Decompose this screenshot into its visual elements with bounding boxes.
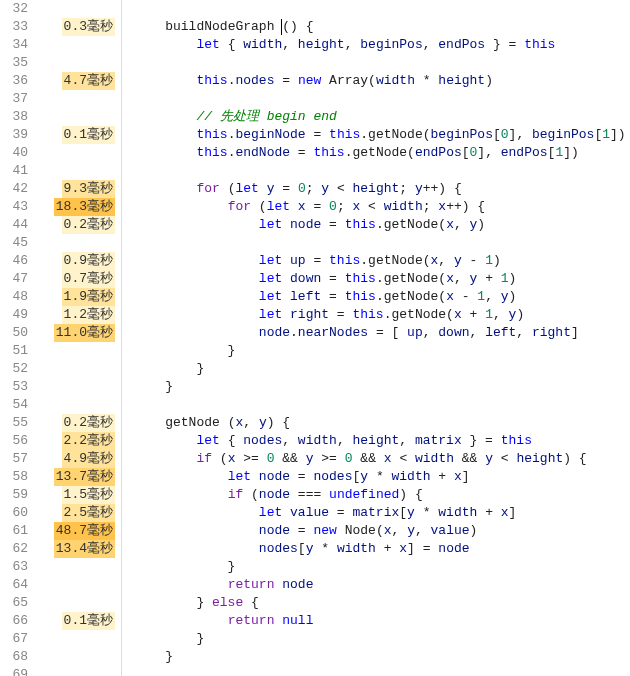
code-content[interactable]: for (let x = 0; x < width; x++) { <box>122 198 630 216</box>
code-content[interactable] <box>122 396 630 414</box>
code-content[interactable]: let node = this.getNode(x, y) <box>122 216 630 234</box>
code-line[interactable]: 330.3毫秒 buildNodeGraph () { <box>0 18 630 36</box>
code-content[interactable]: let { nodes, width, height, matrix } = t… <box>122 432 630 450</box>
code-token <box>134 487 228 502</box>
code-content[interactable]: if (node === undefined) { <box>122 486 630 504</box>
code-token: . <box>345 145 353 160</box>
code-line[interactable]: 574.9毫秒 if (x >= 0 && y >= 0 && x < widt… <box>0 450 630 468</box>
code-line[interactable]: 34 let { width, height, beginPos, endPos… <box>0 36 630 54</box>
code-line[interactable]: 562.2毫秒 let { nodes, width, height, matr… <box>0 432 630 450</box>
code-line[interactable]: 660.1毫秒 return null <box>0 612 630 630</box>
code-line[interactable]: 6148.7毫秒 node = new Node(x, y, value) <box>0 522 630 540</box>
code-line[interactable]: 470.7毫秒 let down = this.getNode(x, y + 1… <box>0 270 630 288</box>
code-line[interactable]: 69 <box>0 666 630 676</box>
code-content[interactable]: return node <box>122 576 630 594</box>
code-content[interactable]: } <box>122 342 630 360</box>
code-line[interactable]: 40 this.endNode = this.getNode(endPos[0]… <box>0 144 630 162</box>
code-line[interactable]: 41 <box>0 162 630 180</box>
line-number: 61 <box>0 522 36 540</box>
code-token: } <box>134 361 204 376</box>
code-content[interactable] <box>122 0 630 18</box>
code-line[interactable]: 53 } <box>0 378 630 396</box>
profile-time-cell: 11.0毫秒 <box>36 324 122 342</box>
code-token: x <box>438 199 446 214</box>
code-content[interactable]: } <box>122 648 630 666</box>
code-content[interactable]: let right = this.getNode(x + 1, y) <box>122 306 630 324</box>
code-line[interactable]: 51 } <box>0 342 630 360</box>
code-line[interactable]: 65 } else { <box>0 594 630 612</box>
code-line[interactable]: 45 <box>0 234 630 252</box>
code-content[interactable]: } <box>122 630 630 648</box>
code-content[interactable]: this.endNode = this.getNode(endPos[0], e… <box>122 144 630 162</box>
code-token: this <box>345 289 376 304</box>
code-token: getNode <box>368 127 423 142</box>
code-content[interactable]: let { width, height, beginPos, endPos } … <box>122 36 630 54</box>
code-content[interactable]: buildNodeGraph () { <box>122 18 630 36</box>
code-content[interactable]: let left = this.getNode(x - 1, y) <box>122 288 630 306</box>
code-content[interactable]: let up = this.getNode(x, y - 1) <box>122 252 630 270</box>
code-content[interactable] <box>122 90 630 108</box>
code-content[interactable] <box>122 54 630 72</box>
code-token: y <box>306 451 314 466</box>
code-line[interactable]: 429.3毫秒 for (let y = 0; y < height; y++)… <box>0 180 630 198</box>
code-content[interactable]: this.beginNode = this.getNode(beginPos[0… <box>122 126 630 144</box>
code-content[interactable]: // 先处理 begin end <box>122 108 630 126</box>
code-line[interactable]: 68 } <box>0 648 630 666</box>
code-line[interactable]: 491.2毫秒 let right = this.getNode(x + 1, … <box>0 306 630 324</box>
code-line[interactable]: 63 } <box>0 558 630 576</box>
code-content[interactable]: node = new Node(x, y, value) <box>122 522 630 540</box>
code-line[interactable]: 460.9毫秒 let up = this.getNode(x, y - 1) <box>0 252 630 270</box>
code-content[interactable]: return null <box>122 612 630 630</box>
code-line[interactable]: 52 } <box>0 360 630 378</box>
code-line[interactable]: 481.9毫秒 let left = this.getNode(x - 1, y… <box>0 288 630 306</box>
code-token: getNode <box>384 217 439 232</box>
code-content[interactable] <box>122 666 630 676</box>
code-line[interactable]: 591.5毫秒 if (node === undefined) { <box>0 486 630 504</box>
code-line[interactable]: 35 <box>0 54 630 72</box>
line-number: 66 <box>0 612 36 630</box>
code-line[interactable]: 5813.7毫秒 let node = nodes[y * width + x] <box>0 468 630 486</box>
profile-time-value: 0.2 <box>64 217 87 232</box>
code-line[interactable]: 32 <box>0 0 630 18</box>
code-line[interactable]: 602.5毫秒 let value = matrix[y * width + x… <box>0 504 630 522</box>
code-content[interactable]: } <box>122 360 630 378</box>
code-content[interactable] <box>122 162 630 180</box>
code-line[interactable]: 6213.4毫秒 nodes[y * width + x] = node <box>0 540 630 558</box>
code-content[interactable]: node.nearNodes = [ up, down, left, right… <box>122 324 630 342</box>
code-content[interactable]: nodes[y * width + x] = node <box>122 540 630 558</box>
code-editor[interactable]: 32330.3毫秒 buildNodeGraph () {34 let { wi… <box>0 0 630 676</box>
code-content[interactable]: getNode (x, y) { <box>122 414 630 432</box>
code-content[interactable]: for (let y = 0; y < height; y++) { <box>122 180 630 198</box>
code-line[interactable]: 67 } <box>0 630 630 648</box>
code-token: [ <box>399 505 407 520</box>
code-line[interactable]: 64 return node <box>0 576 630 594</box>
code-token: = <box>290 145 313 160</box>
code-content[interactable]: let node = nodes[y * width + x] <box>122 468 630 486</box>
code-content[interactable]: this.nodes = new Array(width * height) <box>122 72 630 90</box>
code-token: { <box>243 595 259 610</box>
code-line[interactable]: 5011.0毫秒 node.nearNodes = [ up, down, le… <box>0 324 630 342</box>
code-content[interactable]: if (x >= 0 && y >= 0 && x < width && y <… <box>122 450 630 468</box>
code-token <box>134 523 259 538</box>
code-line[interactable]: 364.7毫秒 this.nodes = new Array(width * h… <box>0 72 630 90</box>
profile-time-cell <box>36 630 122 648</box>
code-token: ] <box>509 505 517 520</box>
code-line[interactable]: 54 <box>0 396 630 414</box>
code-content[interactable]: } <box>122 378 630 396</box>
code-content[interactable]: } else { <box>122 594 630 612</box>
code-content[interactable] <box>122 234 630 252</box>
code-line[interactable]: 550.2毫秒 getNode (x, y) { <box>0 414 630 432</box>
code-content[interactable]: let down = this.getNode(x, y + 1) <box>122 270 630 288</box>
code-line[interactable]: 38 // 先处理 begin end <box>0 108 630 126</box>
code-line[interactable]: 440.2毫秒 let node = this.getNode(x, y) <box>0 216 630 234</box>
code-content[interactable]: let value = matrix[y * width + x] <box>122 504 630 522</box>
profile-time-cell: 4.7毫秒 <box>36 72 122 90</box>
code-line[interactable]: 4318.3毫秒 for (let x = 0; x < width; x++)… <box>0 198 630 216</box>
code-line[interactable]: 37 <box>0 90 630 108</box>
code-token: ( <box>423 253 431 268</box>
code-token: this <box>313 145 344 160</box>
code-line[interactable]: 390.1毫秒 this.beginNode = this.getNode(be… <box>0 126 630 144</box>
code-token: ++) { <box>446 199 485 214</box>
code-token: } = <box>485 37 524 52</box>
code-content[interactable]: } <box>122 558 630 576</box>
